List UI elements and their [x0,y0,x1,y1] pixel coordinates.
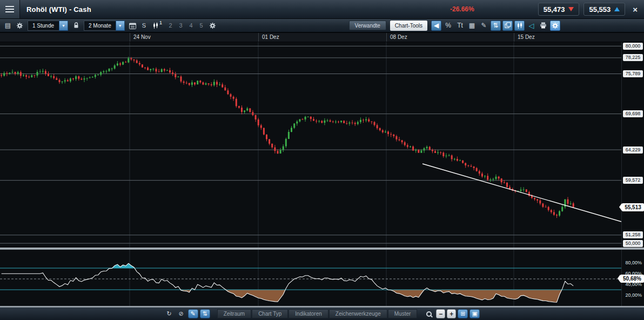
rsi-axis-label: 20,00% [625,292,642,298]
change-percent: -26.66% [450,5,474,13]
price-axis-label: 69,698 [623,110,643,117]
pencil-tool-button[interactable]: ✎ [188,309,198,318]
rsi-current-tag: 50,68% [620,275,644,283]
date-axis-label: 24 Nov [133,33,151,42]
sell-price-value: 55,473 [544,5,565,14]
interval-value: 1 Stunde [28,21,59,31]
bottom-toolbar: ↻ ⊘ ✎ ⇅ ZeitraumChart TypIndikatorenZeic… [0,308,644,320]
hamburger-icon [5,9,14,10]
chart-slot-4[interactable]: 4 [186,22,196,29]
windows-icon [505,22,511,29]
muster-button[interactable]: Muster [388,309,418,318]
date-axis-label: 01 Dez [262,33,279,42]
instrument-title: Rohöl (WTI) - Cash [26,5,91,14]
percent-scale-button[interactable]: % [443,21,453,31]
print-button[interactable] [538,21,548,31]
price-axis-label: 78,225 [623,54,643,61]
zoom-tool-button[interactable] [424,309,434,318]
bottom-button-group: ZeitraumChart TypIndikatorenZeichenwerkz… [217,309,418,318]
chart-type-button[interactable] [514,21,525,31]
printer-icon [540,22,547,29]
price-chart-panel[interactable]: 80,00078,22575,78969,69864,22959,57251,2… [0,42,644,248]
rsi-chart[interactable] [0,250,621,306]
indikatoren-button[interactable]: Indikatoren [289,309,328,318]
chart-slot-number: 1 [159,20,162,25]
price-axis-label: 51,258 [623,231,643,238]
arrow-up-icon [614,7,620,11]
zeichenwerkzeuge-button[interactable]: Zeichenwerkzeuge [329,309,387,318]
menu-button[interactable] [0,0,20,18]
chart-tools-group: Verwandte Chart-Tools ◀ % Tt ▦ ✎ ⇅ ◁ [349,21,560,31]
no-drawing-button[interactable]: ⊘ [176,309,186,318]
date-tick [130,33,130,42]
zoom-out-button[interactable]: − [436,309,445,318]
chart-slot-1[interactable]: 1 [150,21,164,31]
price-label-tool-button[interactable]: ◁ [526,21,536,31]
buy-price-button[interactable]: 55,553 [583,3,625,16]
date-axis-label: 08 Dez [390,33,407,42]
date-tick [386,33,387,42]
chart-tools-tab[interactable]: Chart-Tools [390,21,427,31]
candlestick-icon [152,22,159,29]
chart-slot-5[interactable]: 5 [197,22,206,29]
move-tool-button[interactable]: ⇅ [200,309,210,318]
chevron-down-icon: ▼ [59,21,68,31]
layout-button[interactable]: ▣ [469,309,480,318]
chart-slots: 2345 [166,22,206,29]
buy-price-value: 55,553 [589,5,611,14]
chart-slot-2[interactable]: 2 [166,22,175,29]
date-axis-label: 15 Dez [518,33,535,42]
calendar-icon [129,22,136,29]
text-tool-button[interactable]: Tt [455,21,465,31]
gear-icon [552,22,559,29]
rsi-panel[interactable]: 80,00%60,00%40,00%20,00%50,68% [0,250,644,306]
magnifier-icon [426,311,432,317]
range-dropdown[interactable]: 2 Monate ▼ [84,21,125,31]
zoom-in-button[interactable]: + [447,309,456,318]
chart-settings-button[interactable] [550,21,560,31]
candlestick-chart[interactable] [0,42,621,248]
sell-price-button[interactable]: 55,473 [538,3,580,16]
rsi-axis-label: 80,00% [625,260,642,265]
watchlist-button[interactable]: ▤ [3,21,13,31]
gridlines-toggle-button[interactable]: ▦ [467,21,477,31]
lock-icon [73,22,79,29]
close-button[interactable]: × [633,5,638,14]
drawing-tool-button[interactable]: ✎ [479,21,489,31]
current-price-tag: 55,513 [622,203,644,211]
chart-toolbar: ▤ 1 Stunde ▼ 2 Monate ▼ S 1 2345 Verwand… [0,19,644,32]
chevron-down-icon: ▼ [116,21,125,31]
session-toggle[interactable]: S [139,22,149,29]
price-axis-label: 59,572 [623,177,643,184]
date-axis[interactable]: 24 Nov01 Dez08 Dez15 Dez [0,32,644,42]
interval-dropdown[interactable]: 1 Stunde ▼ [28,21,68,31]
arrow-down-icon [568,7,574,11]
price-axis-label: 80,000 [623,43,643,50]
lock-button[interactable] [71,21,81,31]
gear-icon [16,22,23,29]
zeitraum-button[interactable]: Zeitraum [217,309,251,318]
date-tick [514,33,514,42]
calendar-button[interactable] [128,21,138,31]
candlestick-icon [516,22,523,29]
price-axis-label: 75,789 [623,70,643,77]
chart-slot-3[interactable]: 3 [176,22,185,29]
multi-chart-settings-button[interactable] [207,21,218,31]
price-axis[interactable]: 80,00078,22575,78969,69864,22959,57251,2… [621,42,644,248]
undo-button[interactable]: ◀ [431,21,441,31]
price-axis-label: 50,000 [623,240,643,247]
compare-windows-button[interactable] [502,21,513,31]
trading-chart-window: Rohöl (WTI) - Cash -26.66% 55,473 55,553… [0,0,644,320]
reset-view-button[interactable]: ↻ [164,309,175,318]
date-tick [258,33,259,42]
split-screen-button[interactable]: ⊞ [458,309,468,318]
settings-gear-button[interactable] [15,21,25,31]
rsi-axis: 80,00%60,00%40,00%20,00%50,68% [621,250,644,306]
range-value: 2 Monate [84,21,116,31]
price-axis-label: 64,229 [623,146,643,154]
gear-icon [209,22,216,29]
related-button[interactable]: Verwandte [349,21,386,30]
chart-typ-button[interactable]: Chart Typ [252,309,288,318]
flip-scale-button[interactable]: ⇅ [491,21,501,31]
titlebar: Rohöl (WTI) - Cash -26.66% 55,473 55,553… [0,0,644,19]
